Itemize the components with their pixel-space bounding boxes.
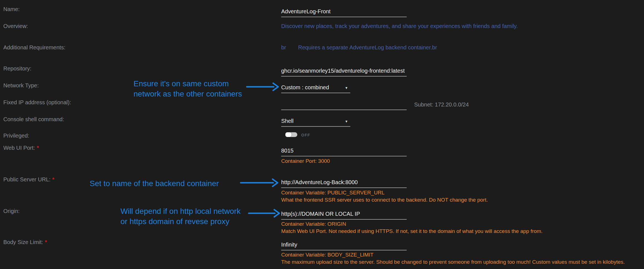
repository-label: Repository: (3, 65, 31, 72)
network-annotation-line1: Ensure it's on same custom (134, 78, 242, 89)
public-server-url-input-value: http://AdventureLog-Back:8000 (281, 179, 358, 185)
console-shell-select[interactable]: Shell ▼ (281, 118, 350, 127)
web-ui-port-label-text: Web UI Port: (3, 145, 35, 151)
web-ui-port-input[interactable]: 8015 (281, 148, 407, 156)
origin-input-value: http(s)://DOMAIN OR LOCAL IP (281, 211, 360, 217)
name-input[interactable]: AdventureLog-Front (281, 8, 407, 17)
body-size-limit-input-value: Infinity (281, 242, 297, 248)
body-size-limit-description-help: The maximum upload size to the server. S… (281, 259, 625, 265)
toggle-knob-icon (285, 132, 291, 137)
network-type-selected-value: Custom : combined (281, 84, 329, 90)
web-ui-port-label: Web UI Port:* (3, 145, 39, 151)
body-size-limit-label-text: Body Size Limit: (3, 239, 43, 245)
network-type-label: Network Type: (3, 82, 39, 89)
origin-annotation: Will depend if on http local network or … (120, 206, 241, 227)
subnet-note: Subnet: 172.20.0.0/24 (414, 101, 469, 108)
network-annotation: Ensure it's on same custom network as th… (134, 78, 242, 99)
origin-input[interactable]: http(s)://DOMAIN OR LOCAL IP (281, 211, 407, 220)
fixed-ip-input[interactable] (281, 101, 407, 110)
fixed-ip-label: Fixed IP address (optional): (3, 99, 71, 106)
origin-annotation-line1: Will depend if on http local network (120, 206, 241, 216)
origin-annotation-line2: or https domain of revese proxy (120, 216, 241, 227)
public-server-url-label: Public Server URL:* (3, 176, 54, 183)
privileged-toggle[interactable] (285, 132, 297, 137)
name-input-value: AdventureLog-Front (281, 8, 331, 14)
dropdown-caret-icon: ▼ (345, 86, 348, 90)
container-settings-form: Name: Overview: Additional Requirements:… (0, 0, 644, 269)
public-server-url-input[interactable]: http://AdventureLog-Back:8000 (281, 179, 407, 188)
public-server-url-description-help: What the frontend SSR server uses to con… (281, 197, 488, 203)
additional-requirements-prefix: br (281, 44, 286, 51)
console-shell-label: Console shell command: (3, 116, 64, 123)
web-ui-port-input-value: 8015 (281, 148, 294, 154)
origin-description-help: Match Web UI Port. Not needed if using H… (281, 228, 543, 234)
privileged-state-label: OFF (301, 133, 310, 137)
arrow-right-icon (246, 82, 280, 92)
body-size-limit-label: Body Size Limit:* (3, 239, 47, 245)
additional-requirements-label: Additional Requirements: (3, 44, 65, 51)
required-asterisk: * (37, 145, 39, 151)
additional-requirements-text: Requires a separate AdventureLog backend… (298, 44, 437, 51)
public-server-url-label-text: Public Server URL: (3, 176, 51, 182)
overview-label: Overview: (3, 23, 28, 29)
network-annotation-line2: network as the other containers (134, 89, 242, 99)
origin-variable-help: Container Variable: ORIGIN (281, 221, 346, 227)
network-type-select[interactable]: Custom : combined ▼ (281, 84, 350, 93)
arrow-right-icon (248, 209, 281, 218)
public-server-url-annotation: Set to name of the backend container (90, 178, 219, 189)
repository-input-value: ghcr.io/seanmorley15/adventurelog-fronte… (281, 68, 405, 74)
dropdown-caret-icon: ▼ (345, 120, 348, 123)
repository-input[interactable]: ghcr.io/seanmorley15/adventurelog-fronte… (281, 68, 407, 77)
required-asterisk: * (45, 239, 47, 245)
required-asterisk: * (52, 176, 54, 182)
origin-label: Origin: (3, 208, 20, 214)
overview-text: Discover new places, track your adventur… (281, 23, 518, 29)
console-shell-selected-value: Shell (281, 118, 293, 124)
container-port-help: Container Port: 3000 (281, 158, 330, 164)
privileged-label: Privileged: (3, 133, 29, 139)
body-size-limit-variable-help: Container Variable: BODY_SIZE_LIMIT (281, 252, 373, 258)
arrow-right-icon (240, 178, 279, 187)
name-label: Name: (3, 6, 20, 12)
body-size-limit-input[interactable]: Infinity (281, 242, 407, 250)
public-server-url-variable-help: Container Variable: PUBLIC_SERVER_URL (281, 190, 384, 196)
